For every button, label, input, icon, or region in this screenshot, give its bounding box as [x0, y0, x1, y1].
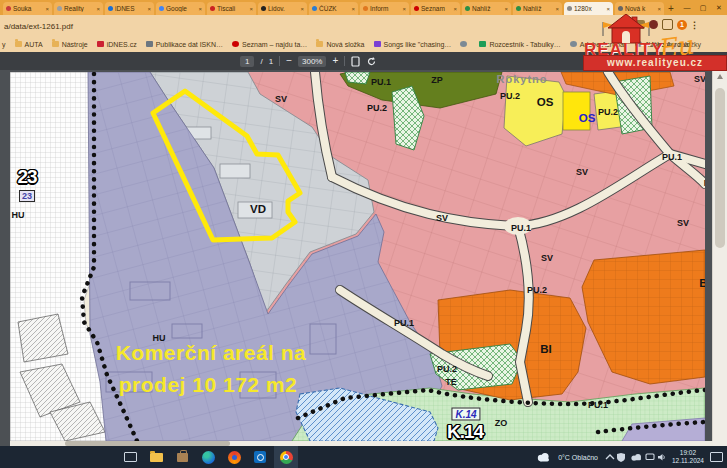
zoom-in-button[interactable]: +: [332, 56, 338, 66]
tab-lidovky[interactable]: Lidov.×: [258, 2, 307, 15]
tab-favicon-icon: [618, 6, 623, 11]
zone-label-sv: SV: [541, 253, 553, 263]
area-code: K.14: [447, 421, 483, 441]
tab-title: Seznam: [421, 5, 451, 12]
tab-favicon-icon: [567, 6, 572, 11]
tab-close-icon[interactable]: ×: [96, 6, 100, 12]
system-tray-icons[interactable]: [604, 451, 666, 463]
bookmark-label: Songs like "chasing…: [384, 41, 452, 48]
toolbar-divider: [344, 56, 345, 66]
bookmark-label: Seznam – najdu ta…: [242, 41, 307, 48]
bookmark-folder-nova-slozka[interactable]: Nová složka: [316, 41, 364, 48]
tab-souka[interactable]: Souka×: [3, 2, 52, 15]
weather-cloud-icon: [536, 452, 552, 462]
fit-page-icon[interactable]: [351, 56, 360, 67]
tab-close-icon[interactable]: ×: [147, 6, 151, 12]
tab-inform[interactable]: Inform×: [360, 2, 409, 15]
tab-seznam[interactable]: Seznam×: [411, 2, 460, 15]
bookmark-idnes[interactable]: iDNES.cz: [97, 41, 137, 48]
chrome-icon: [280, 451, 293, 464]
maximize-button[interactable]: ▢: [695, 4, 711, 12]
bookmark-folder-nastroje[interactable]: Nástroje: [52, 41, 88, 48]
taskbar-clock[interactable]: 19:02 12.11.2024: [672, 449, 704, 465]
bookmark-publikace-iskn[interactable]: Publikace dat ISKN…: [146, 41, 223, 48]
outlook-button[interactable]: [248, 446, 272, 468]
tab-title: Nová k: [625, 5, 655, 12]
store-button[interactable]: [170, 446, 194, 468]
zone-label-sv: SV: [576, 167, 588, 177]
onedrive-cloud-icon: [631, 454, 641, 461]
weather-temp[interactable]: 0°C Oblačno: [558, 454, 598, 461]
task-view-button[interactable]: [118, 446, 142, 468]
tab-close-icon[interactable]: ×: [453, 6, 457, 12]
zone-label: PU.1: [588, 400, 608, 410]
place-name: Rokytno: [497, 73, 548, 85]
tab-close-icon[interactable]: ×: [555, 6, 559, 12]
tab-close-icon[interactable]: ×: [657, 6, 661, 12]
chat-icon: [646, 454, 654, 460]
page-separator: /: [260, 57, 262, 66]
vertical-scrollbar-thumb[interactable]: [715, 88, 725, 248]
close-button[interactable]: ✕: [711, 4, 727, 12]
rotate-icon[interactable]: [366, 56, 377, 67]
tab-title: Lidov.: [268, 5, 298, 12]
bookmark-globe-only[interactable]: [460, 41, 470, 47]
bookmark-seznam[interactable]: Seznam – najdu ta…: [232, 41, 307, 48]
taskbar-apps: [118, 446, 298, 468]
tab-nahlizeni-2[interactable]: Nahlíž×: [513, 2, 562, 15]
bookmark-label: Rozcestník - Tabulky…: [489, 41, 560, 48]
page-number-field[interactable]: 1: [240, 56, 254, 67]
vertical-scrollbar[interactable]: [712, 70, 727, 446]
tab-title: Inform: [370, 5, 400, 12]
tab-tiscali[interactable]: Tiscali×: [207, 2, 256, 15]
tab-close-icon[interactable]: ×: [606, 6, 610, 12]
zone-label: PU: [704, 178, 705, 188]
tab-title: Nahlíž: [523, 5, 553, 12]
tab-close-icon[interactable]: ×: [504, 6, 508, 12]
tab-cuzk[interactable]: ČÚZK×: [309, 2, 358, 15]
minimize-button[interactable]: —: [679, 4, 695, 11]
tab-close-icon[interactable]: ×: [351, 6, 355, 12]
zone-label: PU.2: [527, 285, 547, 295]
zoom-out-button[interactable]: −: [286, 56, 292, 66]
pdf-page-map[interactable]: ZP Rokytno PU.2 OS OS PU.2 PU.1 PU SV SV…: [10, 72, 705, 441]
file-explorer-button[interactable]: [144, 446, 168, 468]
area-code-box: K.14: [451, 408, 480, 421]
tab-close-icon[interactable]: ×: [249, 6, 253, 12]
tab-favicon-icon: [363, 6, 368, 11]
new-tab-button[interactable]: +: [668, 3, 674, 14]
firefox-icon: [228, 451, 241, 464]
firefox-button[interactable]: [222, 446, 246, 468]
store-icon: [177, 453, 188, 462]
tab-favicon-icon: [159, 6, 164, 11]
touch-keyboard-icon[interactable]: [710, 452, 723, 462]
tab-reality[interactable]: Reality×: [54, 2, 103, 15]
tab-favicon-icon: [108, 6, 113, 11]
bookmark-rozcestnik[interactable]: Rozcestník - Tabulky…: [479, 41, 560, 48]
bookmark-songs[interactable]: Songs like "chasing…: [374, 41, 452, 48]
tab-title: Souka: [13, 5, 43, 12]
bookmark-label: iDNES.cz: [107, 41, 137, 48]
edge-button[interactable]: [196, 446, 220, 468]
tab-close-icon[interactable]: ×: [300, 6, 304, 12]
bookmark-label: y: [2, 41, 6, 48]
bookmark-item[interactable]: y: [2, 41, 6, 48]
tab-close-icon[interactable]: ×: [402, 6, 406, 12]
bookmark-folder-auta[interactable]: AUTA: [15, 41, 43, 48]
tab-favicon-icon: [6, 6, 11, 11]
zoom-level-field[interactable]: 300%: [298, 56, 326, 67]
scroll-up-icon[interactable]: [717, 74, 723, 79]
tab-idnes[interactable]: iDNES×: [105, 2, 154, 15]
taskbar-tray: 0°C Oblačno 19:02 12.11.2024: [536, 449, 727, 465]
area-number-box: 23: [19, 190, 35, 202]
tab-close-icon[interactable]: ×: [198, 6, 202, 12]
url-text[interactable]: a/data/ext-1261.pdf: [4, 22, 73, 31]
chrome-button[interactable]: [274, 446, 298, 468]
tab-nahlizeni-1[interactable]: Nahlíž×: [462, 2, 511, 15]
sheets-icon: [479, 41, 486, 47]
tab-close-icon[interactable]: ×: [45, 6, 49, 12]
brand-url-banner: www.realityeu.cz: [583, 55, 727, 71]
tab-favicon-icon: [414, 6, 419, 11]
tab-google[interactable]: Google×: [156, 2, 205, 15]
browser-tab-strip: Souka× Reality× iDNES× Google× Tiscali× …: [0, 0, 727, 15]
